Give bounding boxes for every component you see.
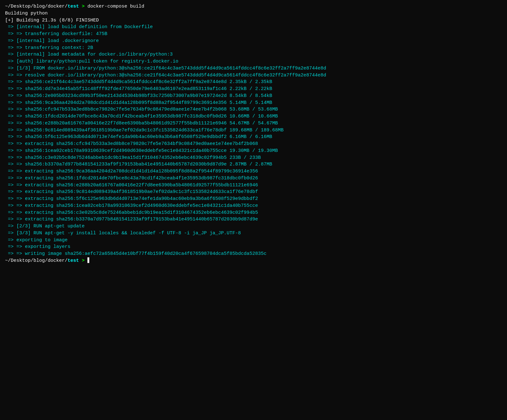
output-line-13: => => sha256:cfc947b533a3ed8b8ce79820c7f…: [5, 106, 502, 113]
output-line-3: => [internal] load .dockerignore: [5, 38, 502, 45]
output-line-20: => => sha256:c3e02b5c8de75246abbeb1dc9b1…: [5, 154, 502, 161]
output-line-11: => => sha256:2e005b03234cd99b3f50ee2143d…: [5, 93, 502, 99]
output-line-22: => => extracting sha256:9ca36aa4204d2a70…: [5, 168, 502, 175]
output-line-12: => => sha256:9ca36aa4204d2a708dcd1d41d1d…: [5, 99, 502, 106]
output-line-9: => => sha256:ce21f64c4c3ae5743ddd5f4d4d9…: [5, 79, 502, 86]
output-line-19: => => sha256:1cea02ceb178a99310639cef2d4…: [5, 147, 502, 154]
output-line-16: => => sha256:9c814ed089439a4f3618519b0ae…: [5, 127, 502, 134]
output-line-26: => => extracting sha256:5f6c125e963db6d4…: [5, 195, 502, 202]
output-line-27: => => extracting sha256:1cea02ceb178a993…: [5, 202, 502, 209]
output-line-10: => => sha256:dd7e34e45ab5f11c48fff92fde4…: [5, 86, 502, 93]
output-line-8: => => resolve docker.io/library/python:3…: [5, 72, 502, 79]
output-line-24: => => extracting sha256:e288b20a616767a0…: [5, 182, 502, 189]
output-line-32: => [3/3] RUN apt-get -y install locales …: [5, 230, 502, 237]
prompt-arrow: >: [79, 4, 85, 9]
output-line-5: => [internal] load metadata for docker.i…: [5, 51, 502, 58]
initial-prompt: ~/Desktop/blog/docker/test > docker-comp…: [5, 3, 502, 10]
output-line-14: => => sha256:1fdcd2014de70fbce8c43a70cd1…: [5, 113, 502, 120]
terminal-window: ~/Desktop/blog/docker/test > docker-comp…: [5, 3, 502, 264]
output-line-25: => => extracting sha256:9c814ed089439a4f…: [5, 189, 502, 195]
output-line-29: => => extracting sha256:b3370a7d977b8481…: [5, 216, 502, 223]
output-line-21: => => sha256:b3370a7d977b8481541233af9f1…: [5, 161, 502, 168]
output-line-2: => => transferring dockerfile: 475B: [5, 31, 502, 38]
building-line: Building python: [5, 10, 502, 17]
output-line-15: => => sha256:e288b20a616767a00416e22f7d8…: [5, 120, 502, 127]
final-prompt-dir: test: [68, 258, 79, 263]
output-line-18: => => extracting sha256:cfc947b533a3ed8b…: [5, 141, 502, 147]
output-line-33: => exporting to image: [5, 237, 502, 244]
output-line-30: => [2/3] RUN apt-get update: [5, 223, 502, 230]
cursor-block[interactable]: ▋: [85, 258, 90, 263]
output-line-1: => [internal] load build definition from…: [5, 24, 502, 31]
output-line-28: => => extracting sha256:c3e02b5c8de75246…: [5, 209, 502, 216]
final-prompt-path: ~/Desktop/blog/docker/: [5, 258, 68, 263]
prompt-dir: test: [68, 4, 79, 9]
prompt-path: ~/Desktop/blog/docker/: [5, 4, 68, 9]
output-line-4: => => transferring context: 2B: [5, 45, 502, 51]
output-line-7: => [1/3] FROM docker.io/library/python:3…: [5, 65, 502, 72]
output-line-23: => => extracting sha256:1fdcd2014de70fbc…: [5, 175, 502, 182]
building-status-line: [+] Building 21.3s (8/8) FINISHED: [5, 17, 502, 24]
output-line-17: => => sha256:5f6c125e963db6d4d0713e74efe…: [5, 134, 502, 141]
final-prompt-arrow: >: [79, 258, 85, 263]
final-prompt: ~/Desktop/blog/docker/test > ▋: [5, 257, 502, 264]
output-line-6: => [auth] library/python:pull token for …: [5, 58, 502, 65]
command-text: docker-compose build: [85, 4, 144, 9]
output-line-34: => => exporting layers: [5, 243, 502, 250]
output-line-35: => => writing image sha256:aefc72a65845d…: [5, 250, 502, 257]
